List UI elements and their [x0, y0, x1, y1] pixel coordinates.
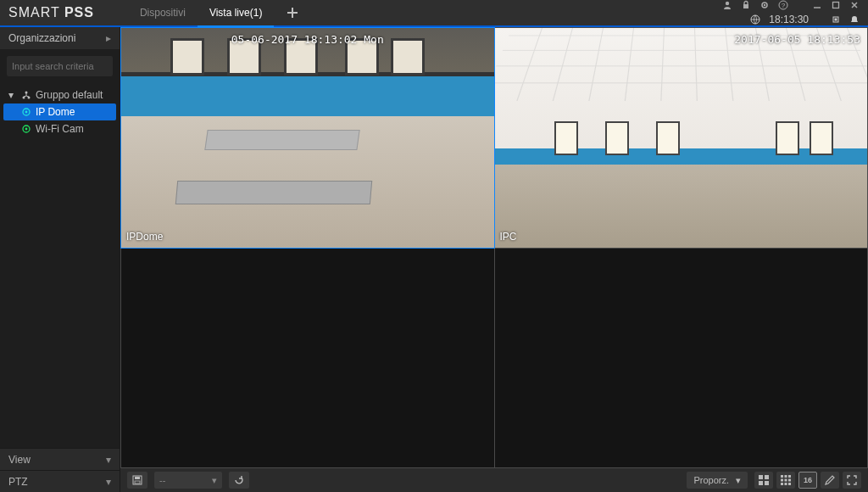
sidebar: Organizzazioni ▸ ▾ Gruppo default [0, 27, 120, 492]
topbar-right-icons: ? 18:13:30 [722, 0, 860, 25]
layout-buttons: 16 [754, 472, 861, 489]
svg-point-19 [25, 128, 28, 131]
grid-3x3-icon [780, 474, 792, 486]
svg-point-17 [25, 111, 28, 114]
snapshot-button[interactable] [821, 472, 839, 489]
svg-rect-33 [781, 483, 783, 485]
camera-timestamp: 05-06-2017 18:13:02 Mon [231, 33, 384, 46]
grid-2x2-icon [758, 474, 770, 486]
tab-add-button[interactable] [282, 3, 303, 23]
cpu-icon[interactable] [831, 14, 841, 25]
tab-vista-live[interactable]: Vista live(1) [198, 0, 274, 25]
maximize-icon[interactable] [831, 0, 841, 10]
stream-combo[interactable]: -- ▾ [154, 472, 222, 489]
gear-icon[interactable] [760, 0, 770, 10]
sidebar-accordion-ptz[interactable]: PTZ ▾ [0, 470, 120, 492]
org-icon [20, 90, 32, 100]
title-bar: SMART PSS Dispositivi Vista live(1) ? 18… [0, 0, 868, 27]
chevron-down-icon: ▾ [106, 454, 111, 466]
fullscreen-button[interactable] [843, 472, 861, 489]
refresh-button[interactable] [229, 472, 249, 489]
video-cell-2[interactable]: 2017-06-05 18:13:53 IPC [495, 28, 868, 248]
chevron-down-icon: ▾ [212, 475, 217, 486]
svg-rect-10 [835, 19, 837, 21]
bottom-toolbar: -- ▾ Proporz. ▾ 16 [120, 468, 868, 492]
user-icon[interactable] [722, 0, 732, 10]
tree-cam-ip-dome[interactable]: IP Dome [3, 103, 116, 120]
clock-text: 18:13:30 [769, 14, 809, 25]
tab-dispositivi[interactable]: Dispositivi [128, 0, 198, 25]
chevron-down-icon: ▾ [5, 89, 17, 101]
svg-rect-32 [788, 479, 791, 482]
chevron-down-icon: ▾ [736, 475, 741, 486]
lock-icon[interactable] [741, 0, 751, 10]
tab-strip: Dispositivi Vista live(1) [128, 0, 303, 25]
svg-rect-35 [788, 483, 791, 485]
device-search[interactable] [7, 56, 113, 76]
svg-rect-1 [743, 4, 748, 8]
svg-rect-24 [765, 475, 769, 479]
fullscreen-icon [846, 474, 858, 486]
svg-rect-28 [785, 475, 787, 478]
svg-rect-30 [781, 479, 783, 482]
layout-4-button[interactable] [754, 472, 773, 489]
video-cell-3[interactable] [121, 249, 494, 468]
svg-rect-34 [785, 483, 787, 485]
video-cell-1[interactable]: 05-06-2017 18:13:02 Mon IPDome [121, 28, 494, 248]
minimize-icon[interactable] [812, 0, 822, 10]
svg-text:?: ? [782, 2, 786, 9]
camera-icon [20, 124, 32, 134]
search-input[interactable] [12, 61, 129, 71]
app-brand: SMART PSS [8, 5, 94, 20]
sidebar-header-organizzazioni[interactable]: Organizzazioni ▸ [0, 27, 120, 49]
proporz-combo[interactable]: Proporz. ▾ [687, 472, 748, 489]
close-icon[interactable] [849, 0, 860, 10]
pencil-icon [824, 474, 836, 486]
svg-rect-7 [833, 3, 839, 8]
svg-rect-29 [788, 475, 791, 478]
svg-point-0 [726, 2, 729, 5]
svg-rect-22 [135, 481, 140, 484]
camera-label: IPC [500, 231, 517, 243]
svg-rect-27 [781, 475, 783, 478]
camera-icon [20, 107, 32, 117]
video-cell-4[interactable] [495, 249, 868, 468]
globe-icon [750, 14, 760, 25]
layout-9-button[interactable] [776, 472, 795, 489]
svg-rect-26 [765, 481, 769, 485]
save-view-button[interactable] [127, 472, 147, 489]
svg-point-3 [764, 4, 765, 6]
video-grid-area: 05-06-2017 18:13:02 Mon IPDome 2017-06-0… [120, 27, 868, 492]
svg-rect-21 [135, 477, 140, 479]
svg-rect-23 [759, 475, 763, 479]
chevron-right-icon: ▸ [106, 32, 111, 44]
plus-icon [287, 7, 298, 19]
svg-rect-25 [759, 481, 763, 485]
help-icon[interactable]: ? [778, 0, 788, 10]
camera-timestamp: 2017-06-05 18:13:53 [734, 33, 860, 46]
device-tree: ▾ Gruppo default IP Dome Wi-Fi Cam [0, 83, 120, 137]
tree-cam-wifi[interactable]: Wi-Fi Cam [3, 120, 116, 137]
refresh-icon [233, 474, 245, 486]
layout-16-button[interactable]: 16 [798, 472, 817, 489]
camera-label: IPDome [126, 231, 163, 243]
tree-group-default[interactable]: ▾ Gruppo default [3, 87, 116, 103]
svg-rect-31 [785, 479, 787, 482]
disk-icon [131, 474, 143, 486]
sidebar-accordion-view[interactable]: View ▾ [0, 448, 120, 470]
chevron-down-icon: ▾ [106, 476, 111, 488]
bell-icon[interactable] [849, 14, 860, 25]
